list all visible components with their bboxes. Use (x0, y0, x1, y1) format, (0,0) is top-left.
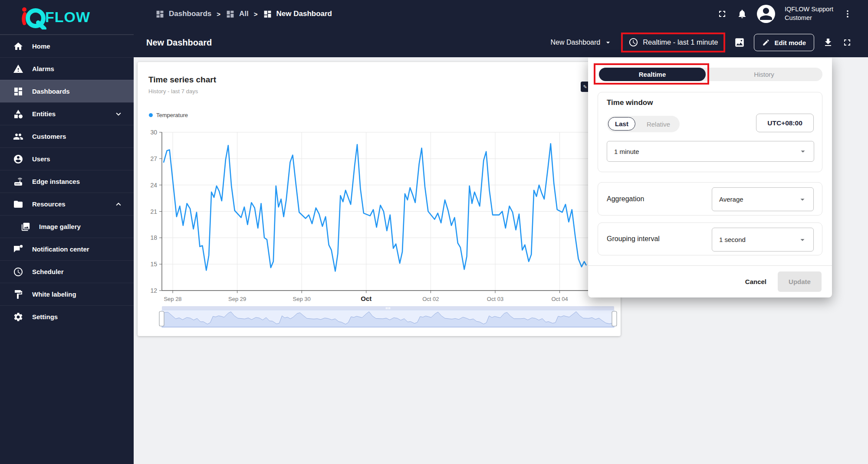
last-relative-toggle: Last Relative (607, 116, 680, 132)
time-window-section: Time window Last Relative UTC+08:00 1 mi… (598, 92, 822, 172)
x-tick-label: Oct 03 (487, 296, 503, 302)
time-series-chart[interactable]: 12151821242730Sep 28Sep 29Sep 30OctOct 0… (138, 62, 621, 336)
cancel-button[interactable]: Cancel (745, 278, 766, 285)
customers-people-icon (13, 131, 23, 142)
sidebar-item-image-gallery[interactable]: Image gallery (0, 215, 134, 238)
dashboards-grid-icon (226, 10, 235, 19)
router-icon (13, 176, 23, 187)
sidebar-item-customers[interactable]: Customers (0, 125, 134, 147)
timewindow-popup: Realtime History Time window Last Relati… (588, 58, 832, 297)
notification-message-icon (13, 244, 23, 255)
breadcrumb: Dashboards > All > New Dashboard (134, 10, 332, 19)
more-vertical-icon[interactable] (843, 9, 852, 19)
sidebar-item-resources[interactable]: Resources (0, 193, 134, 215)
x-tick-label: Sep 30 (293, 296, 311, 302)
avatar[interactable] (757, 5, 775, 23)
clock-icon (628, 37, 638, 47)
chevron-up-icon (114, 199, 123, 209)
logo[interactable]: FLOW (0, 0, 134, 35)
x-tick-label: Sep 28 (164, 296, 181, 302)
sidebar-item-alarms[interactable]: Alarms (0, 57, 134, 80)
y-tick-label: 30 (150, 129, 157, 136)
tab-realtime[interactable]: Realtime (599, 68, 706, 81)
grouping-interval-label: Grouping interval (607, 223, 660, 255)
x-tick-label: Sep 29 (228, 296, 246, 302)
timewindow-tabs: Realtime History (599, 68, 822, 81)
sidebar-item-users[interactable]: Users (0, 147, 134, 170)
sidebar-item-entities[interactable]: Entities (0, 102, 134, 125)
fullscreen-icon[interactable] (842, 37, 852, 48)
sidebar-item-edge-instances[interactable]: Edge instances (0, 170, 134, 193)
y-tick-label: 12 (150, 287, 157, 294)
sidebar-item-settings[interactable]: Settings (0, 305, 134, 328)
caret-down-icon (604, 38, 612, 47)
x-tick-label: Oct 02 (422, 296, 439, 302)
home-icon (13, 41, 23, 52)
breadcrumb-new-dashboard[interactable]: New Dashboard (263, 10, 332, 19)
breadcrumb-separator: > (254, 10, 258, 18)
aggregation-select[interactable]: Average (712, 187, 814, 211)
timezone-button[interactable]: UTC+08:00 (756, 114, 814, 132)
dashboard-select[interactable]: New Dashboard (550, 38, 612, 47)
user-name: IQFLOW Support (785, 5, 833, 14)
dashboards-grid-icon (263, 10, 272, 19)
update-button[interactable]: Update (778, 271, 822, 292)
y-tick-label: 24 (150, 182, 157, 189)
clock-icon (13, 267, 23, 277)
y-tick-label: 21 (150, 208, 157, 215)
download-icon[interactable] (823, 37, 833, 48)
breadcrumb-dashboards[interactable]: Dashboards (155, 10, 211, 19)
sidebar-item-dashboards[interactable]: Dashboards (0, 80, 134, 102)
y-tick-label: 18 (150, 234, 157, 241)
user-role: Customer (785, 14, 833, 23)
gear-icon (13, 312, 23, 322)
x-tick-label: Oct 04 (551, 296, 568, 302)
sidebar-item-home[interactable]: Home (0, 35, 134, 57)
screenshot-image-icon[interactable] (734, 37, 745, 48)
sidebar: FLOW Home Alarms Dashboards Entities Cus… (0, 0, 134, 464)
entities-shapes-icon (13, 109, 23, 119)
user-circle-icon (13, 154, 23, 164)
edit-mode-button[interactable]: Edit mode (754, 34, 814, 51)
dashboards-grid-icon (155, 10, 164, 19)
aggregation-label: Aggregation (607, 183, 644, 215)
breadcrumb-all[interactable]: All (226, 10, 249, 19)
sidebar-item-scheduler[interactable]: Scheduler (0, 260, 134, 283)
y-tick-label: 15 (150, 261, 157, 268)
scrubber-handle-left[interactable] (159, 311, 164, 326)
folder-icon (13, 199, 23, 209)
warning-icon (13, 64, 23, 74)
breadcrumb-separator: > (217, 10, 220, 18)
iqflow-logo-icon (20, 5, 47, 29)
time-series-widget: Time series chart History - last 7 days … (138, 62, 621, 336)
page-title: New Dashboard (134, 38, 212, 48)
sidebar-item-notification-center[interactable]: Notification center (0, 238, 134, 260)
caret-down-icon (798, 147, 808, 156)
dashboard-toolbar: New Dashboard New Dashboard Realtime - l… (134, 28, 868, 57)
chart-line-temperature (164, 144, 586, 271)
grouping-interval-select[interactable]: 1 second (712, 228, 814, 252)
timewindow-label: Realtime - last 1 minute (643, 38, 718, 46)
caret-down-icon (798, 195, 807, 204)
top-bar: Dashboards > All > New Dashboard IQFLOW … (134, 0, 868, 28)
grouping-interval-section: Grouping interval 1 second (598, 222, 822, 255)
toggle-relative[interactable]: Relative (637, 116, 680, 132)
tab-history[interactable]: History (706, 68, 822, 81)
pencil-icon (762, 39, 770, 46)
interval-select[interactable]: 1 minute (607, 141, 814, 162)
toggle-last[interactable]: Last (608, 117, 635, 131)
scrubber-handle-right[interactable] (612, 311, 617, 326)
paint-format-icon (13, 289, 23, 300)
timewindow-button[interactable]: Realtime - last 1 minute (621, 33, 725, 52)
x-tick-label: Oct (361, 295, 372, 302)
y-tick-label: 27 (150, 155, 157, 162)
notifications-bell-icon[interactable] (737, 9, 747, 19)
image-gallery-icon (21, 222, 30, 232)
aggregation-section: Aggregation Average (598, 182, 822, 216)
fullscreen-icon[interactable] (717, 9, 727, 19)
user-info[interactable]: IQFLOW Support Customer (785, 5, 833, 22)
time-window-heading: Time window (607, 98, 653, 107)
chevron-down-icon (114, 109, 123, 119)
sidebar-item-white-labeling[interactable]: White labeling (0, 283, 134, 305)
logo-text: FLOW (45, 9, 90, 26)
